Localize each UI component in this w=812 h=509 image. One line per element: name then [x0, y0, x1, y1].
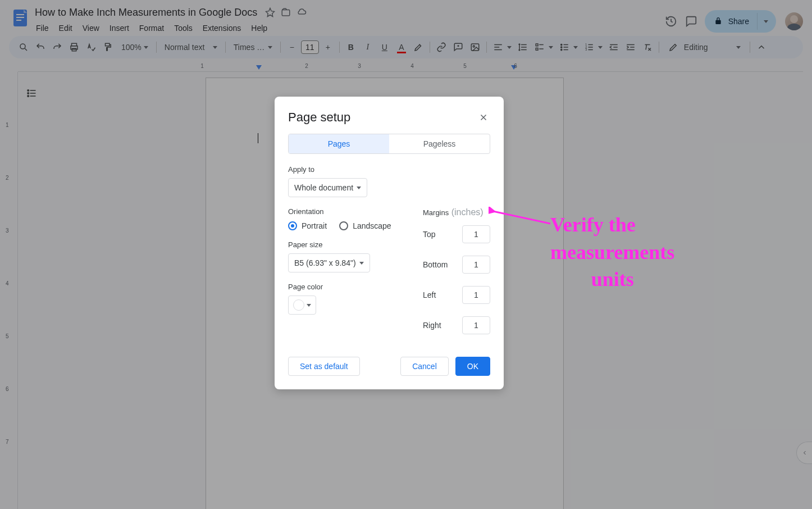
- dialog-title: Page setup: [288, 110, 350, 125]
- close-icon[interactable]: [477, 111, 490, 124]
- paper-size-label: Paper size: [288, 240, 409, 249]
- margin-top-label: Top: [423, 230, 436, 239]
- margin-left-input[interactable]: [462, 286, 490, 304]
- color-swatch-icon: [293, 299, 304, 311]
- tab-pages[interactable]: Pages: [289, 134, 389, 153]
- tab-pageless[interactable]: Pageless: [389, 134, 490, 153]
- dialog-tabs: Pages Pageless: [288, 134, 490, 154]
- orientation-portrait-radio[interactable]: Portrait: [288, 221, 327, 230]
- margins-unit: (inches): [451, 207, 483, 217]
- margin-left-label: Left: [423, 290, 436, 299]
- margin-right-input[interactable]: [462, 316, 490, 334]
- apply-to-select[interactable]: Whole document: [288, 178, 367, 197]
- orientation-label: Orientation: [288, 207, 409, 216]
- set-default-button[interactable]: Set as default: [288, 357, 360, 376]
- margin-top-input[interactable]: [462, 225, 490, 243]
- portrait-label: Portrait: [302, 221, 327, 230]
- ok-button[interactable]: OK: [455, 357, 490, 376]
- margin-bottom-label: Bottom: [423, 260, 448, 269]
- page-setup-dialog: Page setup Pages Pageless Apply to Whole…: [275, 97, 504, 389]
- page-color-select[interactable]: [288, 296, 316, 315]
- apply-to-value: Whole document: [294, 183, 353, 192]
- radio-checked-icon: [288, 221, 297, 230]
- margins-label: Margins: [423, 208, 449, 217]
- apply-to-label: Apply to: [288, 165, 490, 174]
- landscape-label: Landscape: [353, 221, 391, 230]
- margins-heading: Margins (inches): [423, 207, 490, 217]
- paper-size-value: B5 (6.93" x 9.84"): [294, 258, 356, 267]
- chevron-down-icon: [359, 262, 364, 265]
- margin-bottom-input[interactable]: [462, 256, 490, 274]
- orientation-landscape-radio[interactable]: Landscape: [339, 221, 391, 230]
- radio-unchecked-icon: [339, 221, 348, 230]
- cancel-button[interactable]: Cancel: [400, 357, 449, 376]
- margin-right-label: Right: [423, 321, 441, 330]
- chevron-down-icon: [357, 187, 361, 189]
- page-color-label: Page color: [288, 283, 409, 291]
- paper-size-select[interactable]: B5 (6.93" x 9.84"): [288, 253, 370, 272]
- chevron-down-icon: [307, 304, 311, 307]
